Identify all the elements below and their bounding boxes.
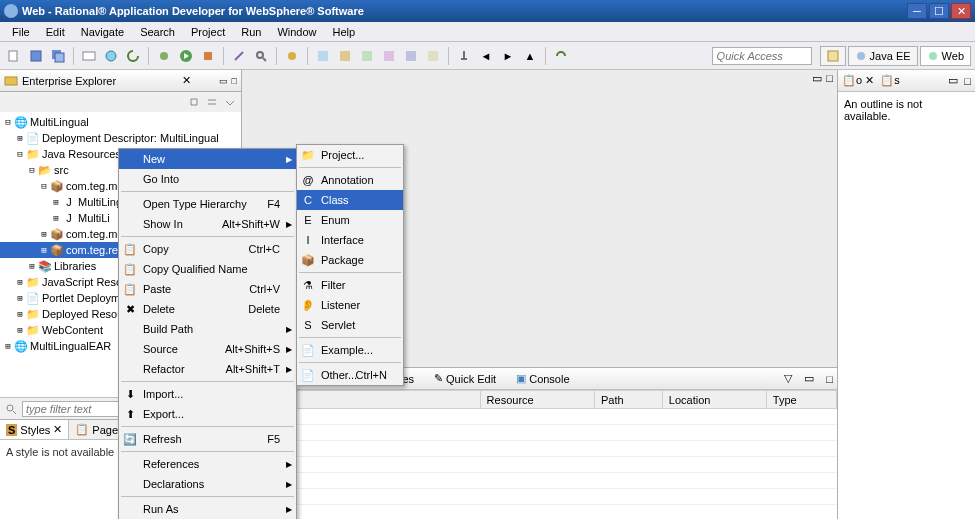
quick-access-input[interactable] xyxy=(712,47,812,65)
col-location[interactable]: Location xyxy=(662,391,766,409)
menu-project[interactable]: Project xyxy=(183,24,233,40)
minimize-view-icon[interactable]: ▭ xyxy=(948,74,958,87)
save-icon[interactable] xyxy=(26,46,46,66)
col-resource[interactable]: Resource xyxy=(480,391,594,409)
perspective-java-ee[interactable]: Java EE xyxy=(848,46,918,66)
twisty-icon[interactable]: ⊞ xyxy=(50,213,62,223)
twisty-icon[interactable]: ⊞ xyxy=(14,325,26,335)
tool-g-icon[interactable] xyxy=(423,46,443,66)
tool-c-icon[interactable] xyxy=(335,46,355,66)
ctx-refactor[interactable]: RefactorAlt+Shift+T▶ xyxy=(119,359,296,379)
maximize-button[interactable]: ☐ xyxy=(929,3,949,19)
ctx-export[interactable]: ⬆Export... xyxy=(119,404,296,424)
view-collapse-icon[interactable]: ▭ xyxy=(219,76,228,86)
menu-navigate[interactable]: Navigate xyxy=(73,24,132,40)
col-path[interactable]: Path xyxy=(594,391,662,409)
minimize-view-icon[interactable]: ▭ xyxy=(804,372,814,385)
menu-file[interactable]: File xyxy=(4,24,38,40)
tab-styles[interactable]: SStyles✕ xyxy=(0,420,69,439)
menu-help[interactable]: Help xyxy=(325,24,364,40)
new-icon[interactable] xyxy=(4,46,24,66)
ctx-import[interactable]: ⬇Import... xyxy=(119,384,296,404)
col-type[interactable]: Type xyxy=(766,391,836,409)
problems-table[interactable]: Resource Path Location Type xyxy=(242,390,837,519)
table-row[interactable] xyxy=(243,409,837,425)
collapse-all-icon[interactable] xyxy=(205,95,219,109)
view-menu-icon[interactable] xyxy=(223,95,237,109)
ctx-copy[interactable]: 📋CopyCtrl+C xyxy=(119,239,296,259)
twisty-icon[interactable]: ⊞ xyxy=(38,229,50,239)
new-other[interactable]: 📄Other...Ctrl+N xyxy=(297,365,403,385)
ctx-paste[interactable]: 📋PasteCtrl+V xyxy=(119,279,296,299)
twisty-icon[interactable]: ⊞ xyxy=(38,245,50,255)
menu-edit[interactable]: Edit xyxy=(38,24,73,40)
ctx-source[interactable]: SourceAlt+Shift+S▶ xyxy=(119,339,296,359)
ctx-open-type-hierarchy[interactable]: Open Type HierarchyF4 xyxy=(119,194,296,214)
maximize-view-icon[interactable]: □ xyxy=(826,373,833,385)
tree-deployment-descriptor[interactable]: ⊞📄Deployment Descriptor: MultiLingual xyxy=(0,130,241,146)
ctx-copy-qualified[interactable]: 📋Copy Qualified Name xyxy=(119,259,296,279)
menu-search[interactable]: Search xyxy=(132,24,183,40)
maximize-view-icon[interactable]: □ xyxy=(964,75,971,87)
minimize-button[interactable]: ─ xyxy=(907,3,927,19)
table-row[interactable] xyxy=(243,441,837,457)
close-button[interactable]: ✕ xyxy=(951,3,971,19)
minimize-view-icon[interactable]: ▭ xyxy=(812,72,822,85)
tab-outline[interactable]: 📋o ✕ xyxy=(842,74,874,87)
twisty-icon[interactable]: ⊟ xyxy=(2,117,14,127)
ctx-declarations[interactable]: Declarations▶ xyxy=(119,474,296,494)
ctx-refresh[interactable]: 🔄RefreshF5 xyxy=(119,429,296,449)
table-row[interactable] xyxy=(243,425,837,441)
new-class[interactable]: CClass xyxy=(297,190,403,210)
nav-up-icon[interactable]: ▲ xyxy=(520,46,540,66)
new-enum[interactable]: EEnum xyxy=(297,210,403,230)
open-perspective-button[interactable] xyxy=(820,46,846,66)
twisty-icon[interactable]: ⊞ xyxy=(14,309,26,319)
tab-console[interactable]: ▣Console xyxy=(512,370,573,387)
pin-icon[interactable] xyxy=(454,46,474,66)
tab-snippets[interactable]: 📋s xyxy=(880,74,900,87)
tab-quick-edit[interactable]: ✎Quick Edit xyxy=(430,370,500,387)
twisty-icon[interactable]: ⊞ xyxy=(50,197,62,207)
wand-icon[interactable] xyxy=(229,46,249,66)
enterprise-explorer-tab[interactable]: Enterprise Explorer ✕ ▭ □ xyxy=(0,70,241,92)
table-row[interactable] xyxy=(243,473,837,489)
search-icon[interactable] xyxy=(251,46,271,66)
run-icon[interactable] xyxy=(176,46,196,66)
ctx-show-in[interactable]: Show InAlt+Shift+W▶ xyxy=(119,214,296,234)
menu-run[interactable]: Run xyxy=(233,24,269,40)
twisty-icon[interactable]: ⊞ xyxy=(14,277,26,287)
ctx-delete[interactable]: ✖DeleteDelete xyxy=(119,299,296,319)
tool-a-icon[interactable] xyxy=(282,46,302,66)
nav-back-icon[interactable]: ◄ xyxy=(476,46,496,66)
new-package[interactable]: 📦Package xyxy=(297,250,403,270)
search-icon[interactable] xyxy=(4,402,18,416)
twisty-icon[interactable]: ⊞ xyxy=(14,133,26,143)
tool-f-icon[interactable] xyxy=(401,46,421,66)
twisty-icon[interactable]: ⊟ xyxy=(14,149,26,159)
twisty-icon[interactable]: ⊟ xyxy=(38,181,50,191)
tool-d-icon[interactable] xyxy=(357,46,377,66)
twisty-icon[interactable]: ⊞ xyxy=(2,341,14,351)
new-annotation[interactable]: @Annotation xyxy=(297,170,403,190)
ctx-run-as[interactable]: Run As▶ xyxy=(119,499,296,519)
twisty-icon[interactable]: ⊞ xyxy=(26,261,38,271)
ctx-new[interactable]: New▶ xyxy=(119,149,296,169)
perspective-web[interactable]: Web xyxy=(920,46,971,66)
redo-icon[interactable] xyxy=(551,46,571,66)
refresh-icon[interactable] xyxy=(123,46,143,66)
ctx-go-into[interactable]: Go Into xyxy=(119,169,296,189)
new-servlet[interactable]: SServlet xyxy=(297,315,403,335)
tree-project[interactable]: ⊟🌐MultiLingual xyxy=(0,114,241,130)
browser-icon[interactable] xyxy=(101,46,121,66)
menu-window[interactable]: Window xyxy=(269,24,324,40)
tool-e-icon[interactable] xyxy=(379,46,399,66)
nav-fwd-icon[interactable]: ► xyxy=(498,46,518,66)
twisty-icon[interactable]: ⊞ xyxy=(14,293,26,303)
twisty-icon[interactable]: ⊟ xyxy=(26,165,38,175)
maximize-view-icon[interactable]: □ xyxy=(826,72,833,85)
new-filter[interactable]: ⚗Filter xyxy=(297,275,403,295)
view-max-icon[interactable]: □ xyxy=(232,76,237,86)
close-icon[interactable]: ✕ xyxy=(53,423,62,436)
save-all-icon[interactable] xyxy=(48,46,68,66)
